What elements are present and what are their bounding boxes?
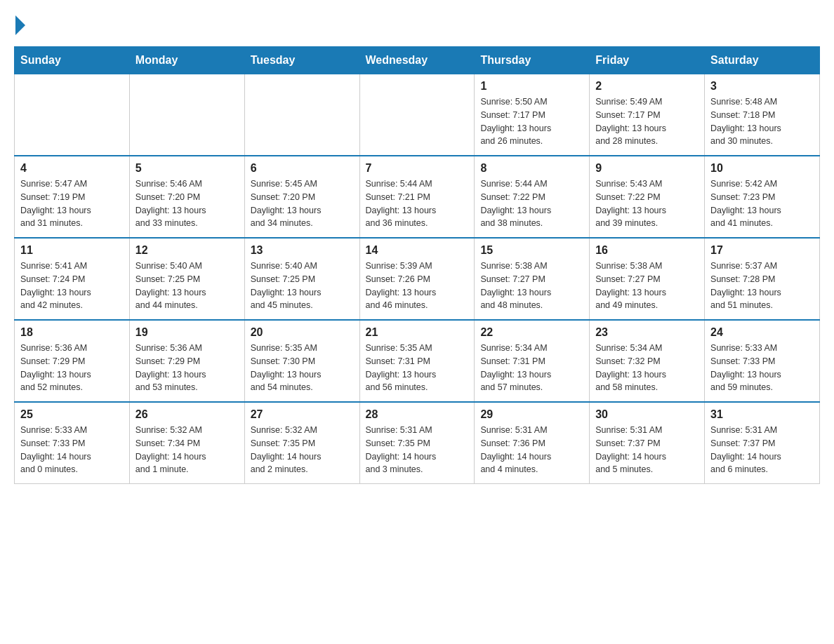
day-number: 8	[480, 162, 583, 175]
calendar-day-cell	[15, 74, 130, 156]
calendar-day-cell: 27Sunrise: 5:32 AM Sunset: 7:35 PM Dayli…	[244, 402, 359, 484]
day-number: 17	[710, 244, 814, 257]
calendar-day-cell: 25Sunrise: 5:33 AM Sunset: 7:33 PM Dayli…	[15, 402, 130, 484]
day-number: 26	[135, 408, 239, 421]
logo	[14, 14, 25, 32]
day-info: Sunrise: 5:31 AM Sunset: 7:35 PM Dayligh…	[366, 424, 469, 476]
day-info: Sunrise: 5:34 AM Sunset: 7:31 PM Dayligh…	[480, 342, 583, 394]
day-info: Sunrise: 5:39 AM Sunset: 7:26 PM Dayligh…	[366, 260, 469, 312]
calendar-day-cell: 6Sunrise: 5:45 AM Sunset: 7:20 PM Daylig…	[244, 156, 359, 238]
calendar-week-row: 25Sunrise: 5:33 AM Sunset: 7:33 PM Dayli…	[15, 402, 820, 484]
calendar-day-cell: 2Sunrise: 5:49 AM Sunset: 7:17 PM Daylig…	[590, 74, 705, 156]
day-number: 16	[595, 244, 699, 257]
calendar-day-cell: 7Sunrise: 5:44 AM Sunset: 7:21 PM Daylig…	[359, 156, 475, 238]
calendar-day-cell: 13Sunrise: 5:40 AM Sunset: 7:25 PM Dayli…	[244, 238, 359, 320]
calendar-day-cell: 10Sunrise: 5:42 AM Sunset: 7:23 PM Dayli…	[705, 156, 820, 238]
day-number: 30	[595, 408, 699, 421]
day-info: Sunrise: 5:35 AM Sunset: 7:31 PM Dayligh…	[366, 342, 469, 394]
col-thursday: Thursday	[475, 47, 590, 74]
col-monday: Monday	[129, 47, 244, 74]
day-number: 14	[366, 244, 469, 257]
day-info: Sunrise: 5:32 AM Sunset: 7:35 PM Dayligh…	[251, 424, 354, 476]
calendar-table: Sunday Monday Tuesday Wednesday Thursday…	[14, 46, 820, 484]
day-info: Sunrise: 5:47 AM Sunset: 7:19 PM Dayligh…	[20, 177, 124, 230]
day-info: Sunrise: 5:31 AM Sunset: 7:37 PM Dayligh…	[710, 424, 814, 476]
calendar-day-cell: 21Sunrise: 5:35 AM Sunset: 7:31 PM Dayli…	[359, 320, 475, 402]
page-header	[14, 14, 820, 32]
day-info: Sunrise: 5:42 AM Sunset: 7:23 PM Dayligh…	[710, 177, 814, 230]
calendar-day-cell: 18Sunrise: 5:36 AM Sunset: 7:29 PM Dayli…	[15, 320, 130, 402]
day-info: Sunrise: 5:31 AM Sunset: 7:36 PM Dayligh…	[480, 424, 583, 476]
col-friday: Friday	[590, 47, 705, 74]
day-info: Sunrise: 5:49 AM Sunset: 7:17 PM Dayligh…	[595, 95, 699, 148]
calendar-day-cell: 15Sunrise: 5:38 AM Sunset: 7:27 PM Dayli…	[475, 238, 590, 320]
day-number: 20	[251, 326, 354, 339]
calendar-day-cell: 22Sunrise: 5:34 AM Sunset: 7:31 PM Dayli…	[475, 320, 590, 402]
col-wednesday: Wednesday	[359, 47, 475, 74]
calendar-day-cell: 3Sunrise: 5:48 AM Sunset: 7:18 PM Daylig…	[705, 74, 820, 156]
day-number: 9	[595, 162, 699, 175]
day-info: Sunrise: 5:44 AM Sunset: 7:21 PM Dayligh…	[366, 177, 469, 230]
day-info: Sunrise: 5:36 AM Sunset: 7:29 PM Dayligh…	[135, 342, 239, 394]
day-number: 13	[251, 244, 354, 257]
calendar-day-cell: 12Sunrise: 5:40 AM Sunset: 7:25 PM Dayli…	[129, 238, 244, 320]
day-number: 31	[710, 408, 814, 421]
day-number: 3	[710, 80, 814, 93]
calendar-day-cell: 31Sunrise: 5:31 AM Sunset: 7:37 PM Dayli…	[705, 402, 820, 484]
calendar-day-cell: 14Sunrise: 5:39 AM Sunset: 7:26 PM Dayli…	[359, 238, 475, 320]
day-info: Sunrise: 5:31 AM Sunset: 7:37 PM Dayligh…	[595, 424, 699, 476]
calendar-week-row: 1Sunrise: 5:50 AM Sunset: 7:17 PM Daylig…	[15, 74, 820, 156]
calendar-day-cell: 17Sunrise: 5:37 AM Sunset: 7:28 PM Dayli…	[705, 238, 820, 320]
calendar-day-cell	[359, 74, 475, 156]
day-info: Sunrise: 5:33 AM Sunset: 7:33 PM Dayligh…	[710, 342, 814, 394]
day-number: 11	[20, 244, 124, 257]
day-number: 23	[595, 326, 699, 339]
col-saturday: Saturday	[705, 47, 820, 74]
day-number: 27	[251, 408, 354, 421]
calendar-week-row: 4Sunrise: 5:47 AM Sunset: 7:19 PM Daylig…	[15, 156, 820, 238]
day-number: 10	[710, 162, 814, 175]
calendar-header-row: Sunday Monday Tuesday Wednesday Thursday…	[15, 47, 820, 74]
day-number: 25	[20, 408, 124, 421]
day-info: Sunrise: 5:38 AM Sunset: 7:27 PM Dayligh…	[595, 260, 699, 312]
calendar-day-cell: 30Sunrise: 5:31 AM Sunset: 7:37 PM Dayli…	[590, 402, 705, 484]
day-number: 15	[480, 244, 583, 257]
calendar-day-cell: 23Sunrise: 5:34 AM Sunset: 7:32 PM Dayli…	[590, 320, 705, 402]
day-info: Sunrise: 5:40 AM Sunset: 7:25 PM Dayligh…	[135, 260, 239, 312]
calendar-day-cell: 28Sunrise: 5:31 AM Sunset: 7:35 PM Dayli…	[359, 402, 475, 484]
calendar-day-cell: 26Sunrise: 5:32 AM Sunset: 7:34 PM Dayli…	[129, 402, 244, 484]
day-info: Sunrise: 5:38 AM Sunset: 7:27 PM Dayligh…	[480, 260, 583, 312]
day-info: Sunrise: 5:34 AM Sunset: 7:32 PM Dayligh…	[595, 342, 699, 394]
calendar-day-cell: 19Sunrise: 5:36 AM Sunset: 7:29 PM Dayli…	[129, 320, 244, 402]
day-number: 6	[251, 162, 354, 175]
day-number: 7	[366, 162, 469, 175]
day-info: Sunrise: 5:45 AM Sunset: 7:20 PM Dayligh…	[251, 177, 354, 230]
calendar-day-cell: 20Sunrise: 5:35 AM Sunset: 7:30 PM Dayli…	[244, 320, 359, 402]
calendar-day-cell: 24Sunrise: 5:33 AM Sunset: 7:33 PM Dayli…	[705, 320, 820, 402]
day-info: Sunrise: 5:50 AM Sunset: 7:17 PM Dayligh…	[480, 95, 583, 148]
calendar-week-row: 18Sunrise: 5:36 AM Sunset: 7:29 PM Dayli…	[15, 320, 820, 402]
day-info: Sunrise: 5:35 AM Sunset: 7:30 PM Dayligh…	[251, 342, 354, 394]
day-info: Sunrise: 5:48 AM Sunset: 7:18 PM Dayligh…	[710, 95, 814, 148]
day-number: 19	[135, 326, 239, 339]
day-number: 5	[135, 162, 239, 175]
day-number: 22	[480, 326, 583, 339]
day-number: 21	[366, 326, 469, 339]
day-info: Sunrise: 5:43 AM Sunset: 7:22 PM Dayligh…	[595, 177, 699, 230]
day-info: Sunrise: 5:46 AM Sunset: 7:20 PM Dayligh…	[135, 177, 239, 230]
calendar-day-cell	[129, 74, 244, 156]
calendar-day-cell: 8Sunrise: 5:44 AM Sunset: 7:22 PM Daylig…	[475, 156, 590, 238]
day-info: Sunrise: 5:32 AM Sunset: 7:34 PM Dayligh…	[135, 424, 239, 476]
calendar-day-cell: 11Sunrise: 5:41 AM Sunset: 7:24 PM Dayli…	[15, 238, 130, 320]
day-number: 29	[480, 408, 583, 421]
day-info: Sunrise: 5:37 AM Sunset: 7:28 PM Dayligh…	[710, 260, 814, 312]
day-info: Sunrise: 5:40 AM Sunset: 7:25 PM Dayligh…	[251, 260, 354, 312]
day-number: 4	[20, 162, 124, 175]
calendar-day-cell	[244, 74, 359, 156]
calendar-day-cell: 1Sunrise: 5:50 AM Sunset: 7:17 PM Daylig…	[475, 74, 590, 156]
calendar-day-cell: 29Sunrise: 5:31 AM Sunset: 7:36 PM Dayli…	[475, 402, 590, 484]
calendar-week-row: 11Sunrise: 5:41 AM Sunset: 7:24 PM Dayli…	[15, 238, 820, 320]
day-number: 1	[480, 80, 583, 93]
col-sunday: Sunday	[15, 47, 130, 74]
day-info: Sunrise: 5:33 AM Sunset: 7:33 PM Dayligh…	[20, 424, 124, 476]
